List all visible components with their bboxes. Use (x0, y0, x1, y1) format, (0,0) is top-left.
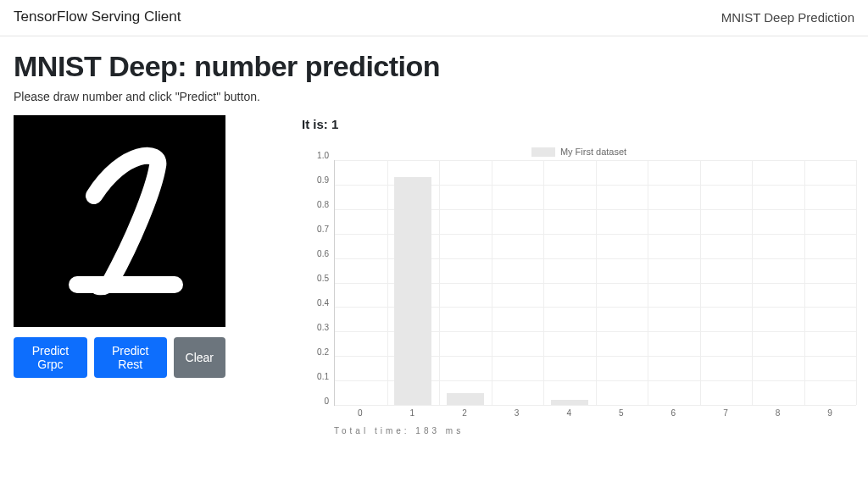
x-tick: 6 (648, 406, 700, 421)
drawn-digit-icon (14, 115, 225, 327)
x-tick: 9 (804, 406, 856, 421)
result-value: 1 (331, 117, 338, 131)
bar-slot (439, 160, 492, 405)
probability-chart: My First dataset 1.00.90.80.70.60.50.40.… (302, 147, 856, 435)
bar-slot (700, 160, 753, 405)
total-time-label: Total time: 183 ms (334, 426, 856, 435)
bar-slot (543, 160, 596, 405)
drawing-canvas[interactable] (14, 115, 225, 327)
bar (394, 177, 431, 405)
button-row: Predict Grpc Predict Rest Clear (14, 337, 225, 378)
legend-label: My First dataset (560, 147, 626, 157)
x-tick: 4 (542, 406, 595, 421)
predict-grpc-button[interactable]: Predict Grpc (14, 337, 87, 378)
x-tick: 2 (438, 406, 491, 421)
bar-slot (804, 160, 857, 405)
topbar: TensorFlow Serving Client MNIST Deep Pre… (0, 0, 868, 36)
bar-slot (752, 160, 804, 405)
x-axis: 0123456789 (334, 406, 856, 421)
draw-panel: Predict Grpc Predict Rest Clear (14, 115, 225, 435)
plot-area (334, 160, 856, 406)
bar-slot (492, 160, 544, 405)
chart-legend: My First dataset (302, 147, 856, 157)
result-label: It is: 1 (302, 117, 856, 131)
result-prefix: It is: (302, 117, 331, 131)
x-tick: 3 (491, 406, 543, 421)
nav-link-mnist[interactable]: MNIST Deep Prediction (721, 10, 854, 25)
y-axis: 1.00.90.80.70.60.50.40.30.20.10 (302, 160, 334, 406)
bar-slot (648, 160, 700, 405)
result-panel: It is: 1 My First dataset 1.00.90.80.70.… (302, 115, 856, 435)
bar-slot (335, 160, 387, 405)
bar (551, 400, 588, 405)
x-tick: 7 (699, 406, 752, 421)
bars-container (335, 160, 856, 405)
main-content: MNIST Deep: number prediction Please dra… (0, 36, 868, 435)
instruction-text: Please draw number and click "Predict" b… (14, 90, 854, 103)
bar-slot (596, 160, 648, 405)
x-tick: 1 (387, 406, 439, 421)
x-tick: 0 (334, 406, 387, 421)
clear-button[interactable]: Clear (174, 337, 225, 378)
bar (447, 393, 484, 405)
legend-swatch-icon (531, 147, 555, 157)
x-tick: 8 (752, 406, 804, 421)
page-title: MNIST Deep: number prediction (14, 50, 854, 83)
brand-title[interactable]: TensorFlow Serving Client (14, 8, 181, 25)
predict-rest-button[interactable]: Predict Rest (94, 337, 167, 378)
bar-slot (387, 160, 440, 405)
x-tick: 5 (595, 406, 648, 421)
